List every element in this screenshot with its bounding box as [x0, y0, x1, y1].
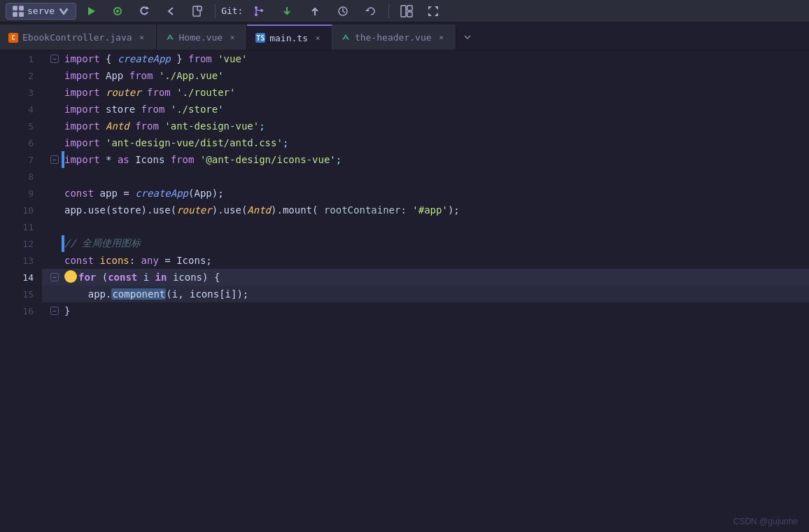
ts-icon: TS [255, 33, 265, 43]
code-line-13: const icons: any = Icons; [42, 252, 809, 269]
git-branch-button[interactable] [247, 4, 271, 19]
tab-home-label: Home.vue [179, 32, 223, 43]
line-num-9: 9 [14, 185, 34, 202]
serve-button[interactable]: serve [6, 3, 76, 20]
file-button[interactable] [185, 4, 209, 19]
plain-6a [100, 137, 106, 148]
kw-from-2: from [129, 70, 153, 81]
vue-icon-header [341, 33, 351, 43]
fold-indicator-1[interactable]: − [50, 55, 59, 63]
tab-ebook-close[interactable]: × [136, 32, 148, 43]
svg-point-10 [255, 6, 258, 9]
line-num-4: 4 [14, 101, 34, 118]
fold-indicator-16[interactable]: − [50, 307, 59, 315]
code-line-3: import router from './router' [42, 84, 809, 101]
plain-13a [94, 255, 99, 266]
kw-const-13: const [64, 255, 94, 266]
plain-3b [141, 87, 147, 98]
line-num-13: 13 [14, 252, 34, 269]
fold-indicator-14[interactable]: − [50, 273, 59, 281]
tab-header[interactable]: the-header.vue × [332, 24, 456, 50]
code-line-7: − import * as Icons from '@ant-design/ic… [42, 151, 809, 168]
expand-button[interactable] [421, 4, 445, 19]
fn-createApp-call: createApp [135, 188, 188, 199]
tab-ebook-label: EbookController.java [22, 32, 132, 43]
git-section: Git: [221, 4, 383, 19]
file-icon [191, 5, 204, 18]
plain-1c [212, 53, 218, 64]
play-button[interactable] [79, 4, 103, 19]
code-line-16: − } [42, 302, 809, 319]
lightbulb-icon[interactable] [64, 270, 77, 283]
obj-icons: icons [100, 255, 129, 266]
type-any: any [141, 255, 159, 266]
kw-import-3: import [64, 87, 100, 98]
git-pull-icon [281, 5, 293, 18]
fn-createApp: createApp [118, 53, 171, 64]
kw-from-7: from [171, 154, 195, 165]
svg-rect-1 [19, 6, 24, 10]
fold-indicator-7[interactable]: − [50, 155, 59, 164]
fold-7[interactable]: − [48, 155, 62, 164]
fold-1[interactable]: − [48, 55, 62, 63]
code-area[interactable]: − import { createApp } from 'vue' import… [42, 50, 809, 532]
plain-14c: icons) { [167, 272, 220, 283]
str-icons: '@ant-design/icons-vue' [200, 154, 336, 165]
str-app-id: '#app' [412, 204, 448, 216]
plain-3a [100, 87, 106, 98]
code-line-10: app.use(store).use(router).use(Antd).mou… [42, 202, 809, 218]
fold-14[interactable]: − [48, 273, 62, 281]
tab-main-close[interactable]: × [312, 32, 323, 43]
str-vue: 'vue' [218, 53, 247, 64]
obj-antd-use: Antd [247, 204, 271, 216]
tabs-overflow[interactable] [456, 24, 479, 50]
plain-5c [159, 120, 164, 132]
plain-15a: app. [64, 288, 111, 300]
plain-7c [194, 154, 199, 165]
code-line-15: app.component(i, icons[i]); [42, 286, 809, 302]
plain-5b [129, 120, 135, 132]
svg-marker-15 [365, 9, 370, 11]
svg-rect-18 [407, 12, 412, 17]
dropdown-icon [57, 5, 70, 18]
str-router: './router' [176, 87, 235, 98]
svg-rect-3 [19, 12, 24, 17]
comment-12: // 全局使用图标 [64, 237, 141, 250]
reload-button[interactable] [132, 4, 156, 19]
layout-button[interactable] [395, 4, 418, 19]
reload-icon [138, 5, 150, 18]
tab-main[interactable]: TS main.ts × [247, 24, 332, 50]
str-antdcss: 'ant-design-vue/dist/antd.css' [106, 137, 283, 148]
punct-7: ; [336, 154, 342, 165]
plain-13b: : [129, 255, 141, 266]
obj-router-use: router [176, 204, 212, 216]
git-refresh-icon [365, 5, 377, 18]
line-num-3: 3 [14, 84, 34, 101]
punct-5: ; [259, 120, 265, 132]
history-button[interactable] [331, 4, 355, 19]
clock-icon [337, 5, 349, 18]
git-push-button[interactable] [303, 4, 327, 19]
code-line-5: import Antd from 'ant-design-vue'; [42, 118, 809, 134]
back-button[interactable] [159, 4, 183, 19]
line-num-2: 2 [14, 67, 34, 84]
code-line-4: import store from './store' [42, 101, 809, 118]
marker-8 [62, 168, 64, 185]
git-pull-button[interactable] [275, 4, 299, 19]
svg-rect-16 [401, 6, 406, 17]
fold-16[interactable]: − [48, 307, 62, 315]
kw-for: for [78, 272, 96, 283]
plain-7a: * [100, 154, 118, 165]
tab-home[interactable]: Home.vue × [157, 24, 248, 50]
debug-button[interactable] [106, 4, 129, 19]
debug-icon [111, 5, 124, 18]
tab-home-close[interactable]: × [227, 32, 238, 43]
tab-header-close[interactable]: × [436, 32, 447, 43]
git-label: Git: [221, 6, 243, 16]
git-refresh-button[interactable] [359, 4, 383, 19]
tab-ebook[interactable]: C EbookController.java × [0, 24, 157, 50]
tab-header-label: the-header.vue [355, 32, 432, 43]
code-line-1: − import { createApp } from 'vue' [42, 50, 809, 67]
line-num-15: 15 [14, 286, 34, 302]
editor: 1 2 3 4 5 6 7 8 9 10 11 12 13 14 15 16 −… [0, 50, 809, 532]
